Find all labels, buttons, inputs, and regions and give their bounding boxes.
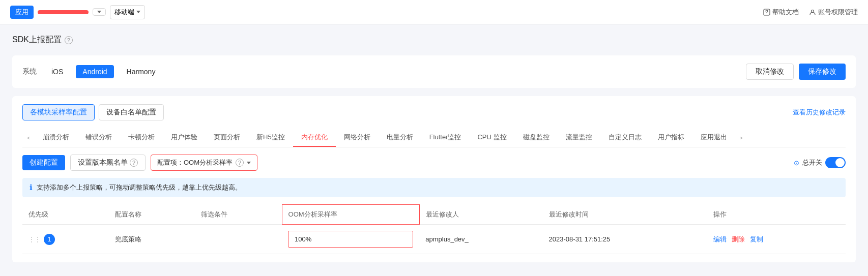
delete-link[interactable]: 删除: [732, 235, 745, 244]
tab-h5[interactable]: 新H5监控: [248, 129, 293, 147]
create-config-button[interactable]: 创建配置: [22, 155, 65, 170]
tab-app-exit[interactable]: 应用退出: [692, 129, 735, 147]
sub-tabs-row: 各模块采样率配置 设备白名单配置 查看历史修改记录: [22, 104, 846, 120]
col-actions: 操作: [707, 205, 846, 225]
app-dropdown-caret: [97, 11, 101, 13]
config-area: 各模块采样率配置 设备白名单配置 查看历史修改记录 ＜ 崩溃分析 错误分析 卡顿…: [12, 96, 856, 262]
config-dropdown[interactable]: 配置项：OOM分析采样率 ?: [151, 155, 257, 171]
tab-network[interactable]: 网络分析: [336, 129, 379, 147]
page-content: SDK上报配置 ? 系统 iOS Android Harmony 取消修改 保存…: [0, 24, 868, 272]
tab-error[interactable]: 错误分析: [77, 129, 120, 147]
blacklist-button[interactable]: 设置版本黑名单 ?: [70, 155, 146, 171]
total-switch-icon: ⊙: [794, 159, 799, 167]
col-modify-time: 最近修改时间: [543, 205, 707, 225]
sub-tab-list: 各模块采样率配置 设备白名单配置: [22, 104, 164, 120]
cell-modifier: apmplus_dev_: [419, 225, 542, 254]
row-action-links: 编辑 删除 复制: [713, 235, 840, 244]
top-nav: 应用 移动端 帮助文档 账号权限管理: [0, 0, 868, 24]
cell-name: 兜底策略: [109, 225, 195, 254]
tab-harmony[interactable]: Harmony: [120, 65, 162, 78]
priority-badge: 1: [44, 234, 55, 245]
system-label: 系统: [22, 67, 37, 76]
blacklist-info-icon[interactable]: ?: [130, 159, 138, 167]
table-wrap: 优先级 配置名称 筛选条件 OOM分析采样率 最近修改人 最近修改时间 操作 ⋮…: [22, 204, 846, 254]
action-row: 创建配置 设置版本黑名单 ? 配置项：OOM分析采样率 ? ⊙ 总开关: [22, 155, 846, 171]
cancel-button[interactable]: 取消修改: [746, 64, 794, 80]
help-doc-link[interactable]: 帮助文档: [763, 8, 799, 17]
copy-link[interactable]: 复制: [750, 235, 763, 244]
save-button[interactable]: 保存修改: [799, 64, 846, 80]
tab-memory[interactable]: 内存优化: [293, 129, 336, 147]
table-header-row: 优先级 配置名称 筛选条件 OOM分析采样率 最近修改人 最近修改时间 操作: [22, 205, 846, 225]
col-oom: OOM分析采样率: [282, 205, 419, 225]
app-dropdown[interactable]: [93, 8, 106, 16]
tab-android[interactable]: Android: [76, 65, 113, 78]
module-tab-next[interactable]: ＞: [735, 130, 747, 146]
tab-crash[interactable]: 崩溃分析: [35, 129, 77, 147]
nav-right: 帮助文档 账号权限管理: [763, 8, 858, 17]
sub-tab-whitelist[interactable]: 设备白名单配置: [99, 104, 164, 120]
tab-page[interactable]: 页面分析: [206, 129, 248, 147]
tab-traffic[interactable]: 流量监控: [558, 129, 600, 147]
history-link[interactable]: 查看历史修改记录: [793, 108, 846, 117]
config-table: 优先级 配置名称 筛选条件 OOM分析采样率 最近修改人 最近修改时间 操作 ⋮…: [22, 204, 846, 254]
col-filter: 筛选条件: [195, 205, 282, 225]
tab-custom-log[interactable]: 自定义日志: [600, 129, 650, 147]
tab-ios[interactable]: iOS: [45, 65, 70, 78]
config-dropdown-caret: [247, 162, 251, 164]
table-row: ⋮⋮ 1 兜底策略 100% apmplus_dev_ 2023-08-31 1…: [22, 225, 846, 254]
action-left: 创建配置 设置版本黑名单 ? 配置项：OOM分析采样率 ?: [22, 155, 257, 171]
col-name: 配置名称: [109, 205, 195, 225]
tab-user-metric[interactable]: 用户指标: [650, 129, 692, 147]
account-manage-link[interactable]: 账号权限管理: [809, 8, 858, 17]
system-tab-buttons: 取消修改 保存修改: [746, 64, 846, 80]
nav-left: 应用 移动端: [10, 5, 145, 19]
app-name-box[interactable]: [38, 10, 89, 14]
tab-jank[interactable]: 卡顿分析: [120, 129, 163, 147]
platform-dropdown-caret: [136, 11, 140, 13]
tab-ux[interactable]: 用户体验: [163, 129, 206, 147]
drag-handle[interactable]: ⋮⋮: [28, 236, 41, 243]
svg-point-1: [766, 13, 767, 14]
cell-priority: ⋮⋮ 1: [22, 225, 109, 254]
cell-filter: [195, 225, 282, 254]
page-title: SDK上报配置 ?: [12, 35, 856, 45]
cell-modify-time: 2023-08-31 17:51:25: [543, 225, 707, 254]
platform-dropdown[interactable]: 移动端: [110, 5, 145, 19]
app-button[interactable]: 应用: [10, 6, 34, 19]
config-dropdown-info-icon[interactable]: ?: [236, 159, 244, 167]
help-icon: [763, 9, 770, 16]
system-tabs: 系统 iOS Android Harmony: [22, 65, 162, 78]
col-modifier: 最近修改人: [419, 205, 542, 225]
cell-oom: 100%: [282, 225, 419, 254]
module-tab-prev[interactable]: ＜: [22, 130, 35, 146]
total-switch-label: 总开关: [802, 158, 822, 167]
oom-rate-cell: 100%: [288, 231, 413, 248]
tab-battery[interactable]: 电量分析: [379, 129, 421, 147]
tab-cpu[interactable]: CPU 监控: [469, 129, 514, 147]
edit-link[interactable]: 编辑: [713, 235, 727, 244]
switch-knob: [835, 158, 845, 167]
info-bar-icon: ℹ: [30, 183, 33, 192]
account-icon: [809, 9, 816, 16]
platform-label: 移动端: [114, 8, 134, 17]
sub-tab-sampling[interactable]: 各模块采样率配置: [22, 104, 95, 120]
info-bar-text: 支持添加多个上报策略，可拖动调整策略优先级，越靠上优先级越高。: [37, 183, 242, 192]
module-tabs-row: ＜ 崩溃分析 错误分析 卡顿分析 用户体验 页面分析 新H5监控 内存优化 网络…: [22, 129, 846, 147]
cell-actions: 编辑 删除 复制: [707, 225, 846, 254]
total-switch-toggle[interactable]: [825, 157, 846, 168]
total-switch-row: ⊙ 总开关: [794, 157, 846, 168]
system-tabs-row: 系统 iOS Android Harmony 取消修改 保存修改: [12, 55, 856, 88]
tab-disk[interactable]: 磁盘监控: [515, 129, 558, 147]
col-priority: 优先级: [22, 205, 109, 225]
page-title-info-icon[interactable]: ?: [65, 36, 73, 44]
tab-flutter[interactable]: Flutter监控: [421, 129, 470, 147]
info-bar: ℹ 支持添加多个上报策略，可拖动调整策略优先级，越靠上优先级越高。: [22, 178, 846, 197]
